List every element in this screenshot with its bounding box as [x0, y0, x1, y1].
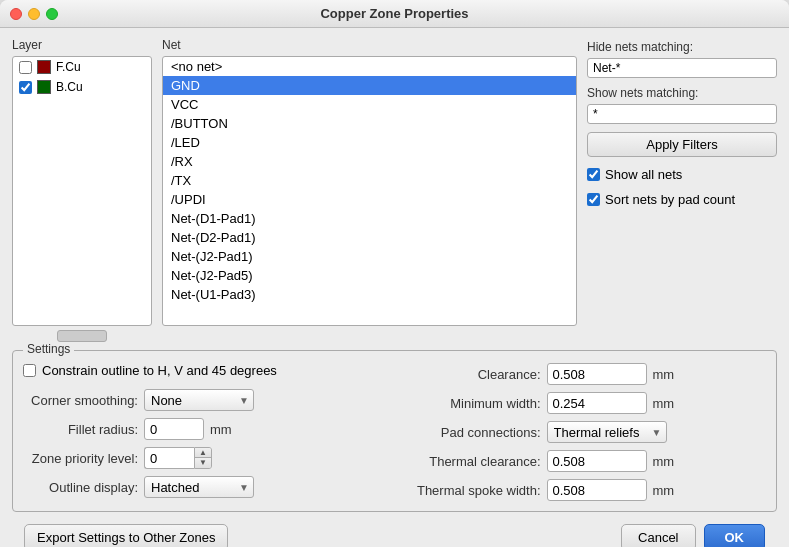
net-item-updi[interactable]: /UPDI — [163, 190, 576, 209]
spoke-label: Thermal spoke width: — [401, 483, 541, 498]
priority-label: Zone priority level: — [23, 451, 138, 466]
net-item-button[interactable]: /BUTTON — [163, 114, 576, 133]
hide-nets-label: Hide nets matching: — [587, 40, 777, 54]
fillet-label: Fillet radius: — [23, 422, 138, 437]
layer-name-fcu: F.Cu — [56, 60, 81, 74]
pad-row: Pad connections: Thermal reliefs ▼ — [401, 421, 767, 443]
minimize-button[interactable] — [28, 8, 40, 20]
maximize-button[interactable] — [46, 8, 58, 20]
net-item-tx[interactable]: /TX — [163, 171, 576, 190]
titlebar: Copper Zone Properties — [0, 0, 789, 28]
net-item-gnd[interactable]: GND — [163, 76, 576, 95]
clearance-unit: mm — [653, 367, 675, 382]
layer-scrollbar[interactable] — [57, 330, 107, 342]
constrain-row: Constrain outline to H, V and 45 degrees — [23, 363, 389, 378]
outline-row: Outline display: Hatched ▼ — [23, 476, 389, 498]
layer-color-bcu — [37, 80, 51, 94]
fillet-row: Fillet radius: mm — [23, 418, 389, 440]
constrain-checkbox[interactable] — [23, 364, 36, 377]
net-item-d1pad1[interactable]: Net-(D1-Pad1) — [163, 209, 576, 228]
ok-button[interactable]: OK — [704, 524, 766, 547]
clearance-row: Clearance: mm — [401, 363, 767, 385]
sort-pad-checkbox[interactable] — [587, 193, 600, 206]
show-all-label: Show all nets — [605, 167, 682, 182]
priority-stepper: ▲ ▼ — [144, 447, 212, 469]
net-item-j2pad1[interactable]: Net-(J2-Pad1) — [163, 247, 576, 266]
settings-left: Constrain outline to H, V and 45 degrees… — [23, 363, 389, 501]
net-label: Net — [162, 38, 577, 52]
corner-row: Corner smoothing: None ▼ — [23, 389, 389, 411]
top-section: Layer F.Cu B.Cu — [12, 38, 777, 342]
net-item-d2pad1[interactable]: Net-(D2-Pad1) — [163, 228, 576, 247]
sort-by-pad-row: Sort nets by pad count — [587, 192, 777, 207]
net-item-j2pad5[interactable]: Net-(J2-Pad5) — [163, 266, 576, 285]
net-item-u1pad3[interactable]: Net-(U1-Pad3) — [163, 285, 576, 304]
net-item-nonet[interactable]: <no net> — [163, 57, 576, 76]
minwidth-row: Minimum width: mm — [401, 392, 767, 414]
layer-panel: Layer F.Cu B.Cu — [12, 38, 152, 342]
spoke-input[interactable] — [547, 479, 647, 501]
net-item-vcc[interactable]: VCC — [163, 95, 576, 114]
main-content: Layer F.Cu B.Cu — [0, 28, 789, 547]
corner-select-wrapper: None ▼ — [144, 389, 254, 411]
net-item-led[interactable]: /LED — [163, 133, 576, 152]
constrain-label: Constrain outline to H, V and 45 degrees — [42, 363, 277, 378]
bottom-bar: Export Settings to Other Zones Cancel OK — [12, 520, 777, 547]
settings-label: Settings — [23, 342, 74, 356]
settings-section: Settings Constrain outline to H, V and 4… — [12, 350, 777, 512]
pad-select-wrapper: Thermal reliefs ▼ — [547, 421, 667, 443]
window: Copper Zone Properties Layer F.Cu B.Cu — [0, 0, 789, 547]
layer-item-bcu[interactable]: B.Cu — [13, 77, 151, 97]
corner-select[interactable]: None — [144, 389, 254, 411]
priority-stepper-buttons: ▲ ▼ — [194, 447, 212, 469]
pad-label: Pad connections: — [401, 425, 541, 440]
net-item-rx[interactable]: /RX — [163, 152, 576, 171]
fillet-input[interactable] — [144, 418, 204, 440]
export-settings-button[interactable]: Export Settings to Other Zones — [24, 524, 228, 547]
sort-pad-label: Sort nets by pad count — [605, 192, 735, 207]
spoke-unit: mm — [653, 483, 675, 498]
layer-color-fcu — [37, 60, 51, 74]
thermal-label: Thermal clearance: — [401, 454, 541, 469]
thermal-row: Thermal clearance: mm — [401, 450, 767, 472]
settings-inner: Constrain outline to H, V and 45 degrees… — [23, 363, 766, 501]
clearance-input[interactable] — [547, 363, 647, 385]
show-nets-label: Show nets matching: — [587, 86, 777, 100]
outline-select[interactable]: Hatched — [144, 476, 254, 498]
layer-name-bcu: B.Cu — [56, 80, 83, 94]
hide-nets-input[interactable] — [587, 58, 777, 78]
clearance-label: Clearance: — [401, 367, 541, 382]
close-button[interactable] — [10, 8, 22, 20]
filter-panel: Hide nets matching: Show nets matching: … — [587, 38, 777, 342]
priority-row: Zone priority level: ▲ ▼ — [23, 447, 389, 469]
layer-checkbox-fcu[interactable] — [19, 61, 32, 74]
net-panel: Net <no net> GND VCC /BUTTON /LED /RX /T… — [162, 38, 577, 342]
minwidth-label: Minimum width: — [401, 396, 541, 411]
priority-down-button[interactable]: ▼ — [195, 458, 211, 468]
layer-checkbox-bcu[interactable] — [19, 81, 32, 94]
show-nets-input[interactable] — [587, 104, 777, 124]
outline-label: Outline display: — [23, 480, 138, 495]
layer-item-fcu[interactable]: F.Cu — [13, 57, 151, 77]
show-all-nets-row: Show all nets — [587, 167, 777, 182]
settings-right: Clearance: mm Minimum width: mm Pad conn… — [401, 363, 767, 501]
cancel-button[interactable]: Cancel — [621, 524, 695, 547]
btn-group: Cancel OK — [621, 524, 765, 547]
layer-label: Layer — [12, 38, 152, 52]
thermal-unit: mm — [653, 454, 675, 469]
minwidth-unit: mm — [653, 396, 675, 411]
pad-select[interactable]: Thermal reliefs — [547, 421, 667, 443]
net-list[interactable]: <no net> GND VCC /BUTTON /LED /RX /TX /U… — [162, 56, 577, 326]
show-all-checkbox[interactable] — [587, 168, 600, 181]
layer-list: F.Cu B.Cu — [12, 56, 152, 326]
window-title: Copper Zone Properties — [320, 6, 468, 21]
outline-select-wrapper: Hatched ▼ — [144, 476, 254, 498]
fillet-unit: mm — [210, 422, 232, 437]
corner-label: Corner smoothing: — [23, 393, 138, 408]
thermal-input[interactable] — [547, 450, 647, 472]
priority-up-button[interactable]: ▲ — [195, 448, 211, 458]
minwidth-input[interactable] — [547, 392, 647, 414]
priority-input[interactable] — [144, 447, 194, 469]
traffic-lights — [10, 8, 58, 20]
apply-filters-button[interactable]: Apply Filters — [587, 132, 777, 157]
